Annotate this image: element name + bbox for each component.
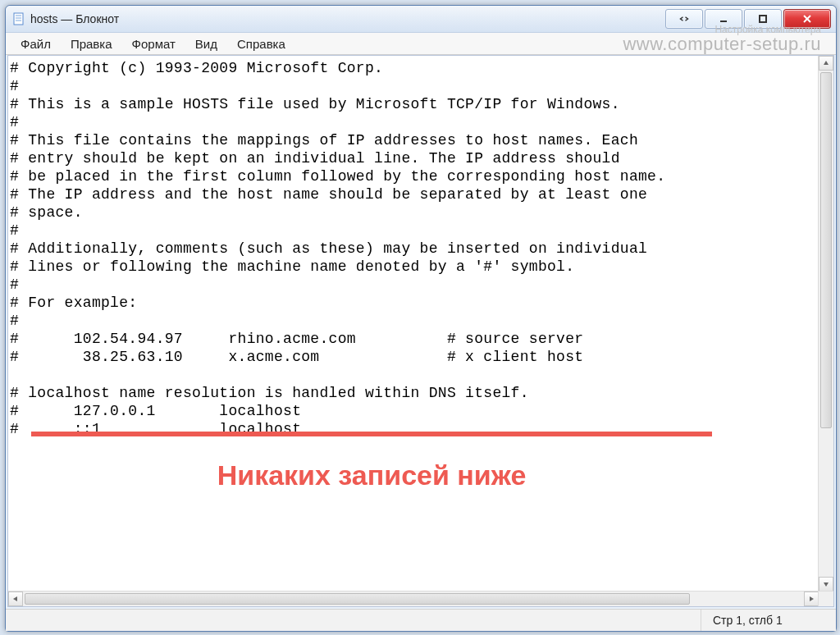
svg-marker-10 [13, 596, 17, 601]
status-position: Стр 1, стлб 1 [701, 610, 836, 631]
menu-help[interactable]: Справка [227, 35, 295, 53]
svg-rect-0 [14, 13, 23, 25]
hscroll-thumb[interactable] [25, 593, 690, 605]
svg-marker-8 [824, 61, 829, 65]
scroll-left-button[interactable] [8, 592, 23, 606]
maximize-button[interactable] [744, 9, 782, 29]
annotation-text: Никаких записей ниже [31, 459, 712, 491]
menu-format[interactable]: Формат [122, 35, 185, 53]
svg-marker-11 [810, 596, 814, 601]
annotation-overlay: Никаких записей ниже [31, 432, 712, 491]
vscroll-thumb[interactable] [820, 72, 832, 428]
vertical-scrollbar[interactable] [818, 56, 833, 592]
menu-edit[interactable]: Правка [61, 35, 122, 53]
menu-view[interactable]: Вид [185, 35, 227, 53]
editor-area: # Copyright (c) 1993-2009 Microsoft Corp… [7, 55, 834, 607]
svg-marker-9 [824, 582, 829, 587]
scroll-right-button[interactable] [804, 592, 819, 606]
text-content[interactable]: # Copyright (c) 1993-2009 Microsoft Corp… [8, 56, 833, 606]
scroll-down-button[interactable] [819, 577, 833, 592]
window-controls [665, 9, 831, 29]
horizontal-scrollbar[interactable] [8, 591, 819, 606]
statusbar: Стр 1, стлб 1 [6, 609, 836, 631]
scroll-up-button[interactable] [819, 56, 833, 71]
hscroll-track[interactable] [23, 592, 804, 606]
window-title: hosts — Блокнот [30, 12, 119, 25]
close-button[interactable] [783, 9, 831, 29]
titlebar[interactable]: hosts — Блокнот [6, 6, 836, 33]
watermark-url: www.computer-setup.ru [623, 34, 821, 53]
vscroll-track[interactable] [819, 71, 833, 577]
notepad-icon [12, 12, 25, 25]
svg-rect-5 [760, 16, 766, 22]
minimize-button[interactable] [705, 9, 742, 29]
notepad-window: hosts — Блокнот Файл Правка Формат Вид С… [5, 5, 837, 632]
menubar: Файл Правка Формат Вид Справка Настройка… [6, 33, 836, 55]
annotation-line [31, 432, 712, 436]
scroll-corner [818, 591, 833, 606]
menu-file[interactable]: Файл [11, 35, 61, 53]
nav-button[interactable] [665, 9, 703, 29]
